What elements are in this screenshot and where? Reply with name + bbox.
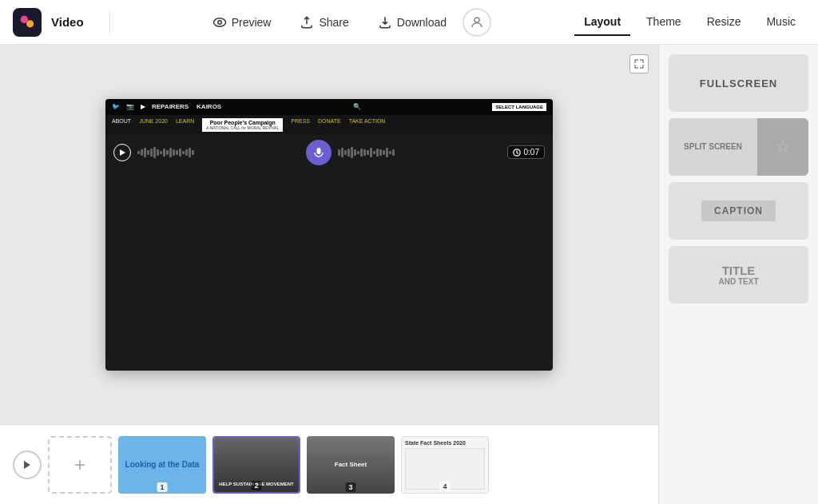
svg-point-4 — [217, 20, 221, 24]
filmstrip: + Looking at the Data 1 HELP SUSTAIN THE… — [0, 424, 658, 504]
fullscreen-label: FULLSCREEN — [669, 54, 808, 112]
svg-point-3 — [213, 18, 225, 26]
user-button[interactable] — [463, 8, 491, 37]
video-nav-links: ABOUT JUNE 2020 LEARN Poor People's Camp… — [105, 115, 553, 135]
video-frame: 🐦 📷 ▶ REPAIRERS KAIROS 🔍 SELECT LANGUAGE… — [105, 99, 553, 371]
slide-3[interactable]: Fact Sheet 3 — [307, 436, 395, 494]
mic-icon — [313, 147, 324, 158]
banner-logo-sub: A NATIONAL CALL for MORAL REVIVAL — [206, 125, 279, 130]
mic-button[interactable] — [306, 140, 332, 165]
center-area: 🐦 📷 ▶ REPAIRERS KAIROS 🔍 SELECT LANGUAGE… — [0, 45, 658, 504]
right-panel: FULLSCREEN SPLIT SCREEN ☆ CAPTION TITLE … — [658, 45, 818, 504]
preview-button[interactable]: Preview — [200, 9, 284, 36]
star-icon: ☆ — [775, 137, 791, 157]
tab-layout[interactable]: Layout — [574, 9, 630, 36]
slide-2-label: 2 — [251, 481, 261, 490]
title-main-label: TITLE — [722, 264, 756, 277]
svg-marker-10 — [24, 461, 30, 469]
svg-rect-7 — [317, 148, 321, 154]
clock-icon — [513, 149, 521, 157]
share-button[interactable]: Share — [287, 9, 361, 36]
download-button[interactable]: Download — [365, 9, 459, 36]
video-nav-bar: 🐦 📷 ▶ REPAIRERS KAIROS 🔍 SELECT LANGUAGE — [105, 99, 553, 115]
tab-resize[interactable]: Resize — [697, 9, 751, 36]
svg-point-2 — [21, 15, 28, 22]
slide-1[interactable]: Looking at the Data 1 — [118, 436, 206, 494]
tab-music[interactable]: Music — [756, 9, 805, 36]
video-controls: 0:07 — [105, 135, 553, 170]
topbar-right-nav: Layout Theme Resize Music — [574, 9, 805, 36]
waveform-left — [137, 145, 300, 161]
slide-2[interactable]: HELP SUSTAIN THE MOVEMENT 2 — [212, 436, 300, 494]
app-title: Video — [51, 15, 84, 29]
slide-3-label: 3 — [345, 482, 355, 492]
add-slide-button[interactable]: + — [48, 436, 112, 494]
layout-fullscreen-card[interactable]: FULLSCREEN — [669, 54, 808, 112]
user-icon — [470, 15, 484, 30]
caption-inner-container: CAPTION — [669, 182, 808, 240]
filmstrip-play-icon — [22, 460, 32, 470]
share-icon — [300, 15, 314, 30]
topbar: Video Preview Share Download Layou — [0, 0, 818, 45]
slide-4-text: State Fact Sheets 2020 — [405, 440, 485, 446]
download-icon — [378, 15, 392, 30]
filmstrip-play-button[interactable] — [13, 450, 42, 479]
layout-split-card[interactable]: SPLIT SCREEN ☆ — [669, 118, 808, 176]
slide-3-text: Fact Sheet — [335, 461, 367, 468]
split-screen-inner: SPLIT SCREEN ☆ — [669, 118, 808, 176]
svg-marker-6 — [120, 149, 125, 156]
split-screen-star: ☆ — [757, 118, 808, 176]
svg-point-5 — [475, 18, 479, 22]
timer-badge: 0:07 — [507, 145, 545, 159]
split-screen-label: SPLIT SCREEN — [669, 118, 757, 176]
video-area: 🐦 📷 ▶ REPAIRERS KAIROS 🔍 SELECT LANGUAGE… — [0, 45, 658, 424]
slide-4[interactable]: State Fact Sheets 2020 4 — [401, 436, 489, 494]
topbar-actions: Preview Share Download — [117, 8, 575, 37]
svg-point-1 — [26, 20, 34, 27]
waveform-right — [338, 145, 500, 161]
banner-logo: Poor People's Campaign — [210, 120, 276, 125]
title-sub-label: AND TEXT — [719, 277, 759, 286]
eye-icon — [212, 15, 227, 30]
layout-caption-card[interactable]: CAPTION — [669, 182, 808, 240]
title-and-text-inner: TITLE AND TEXT — [669, 246, 808, 304]
app-logo — [13, 8, 42, 37]
slide-4-label: 4 — [439, 482, 450, 491]
play-button[interactable] — [113, 144, 131, 161]
caption-label: CAPTION — [701, 200, 776, 221]
play-icon — [118, 149, 126, 157]
topbar-divider — [109, 10, 110, 34]
main-content: 🐦 📷 ▶ REPAIRERS KAIROS 🔍 SELECT LANGUAGE… — [0, 45, 818, 504]
layout-title-card[interactable]: TITLE AND TEXT — [669, 246, 808, 304]
tab-theme[interactable]: Theme — [637, 9, 691, 36]
expand-icon[interactable] — [629, 54, 649, 73]
select-language-badge[interactable]: SELECT LANGUAGE — [492, 103, 546, 111]
